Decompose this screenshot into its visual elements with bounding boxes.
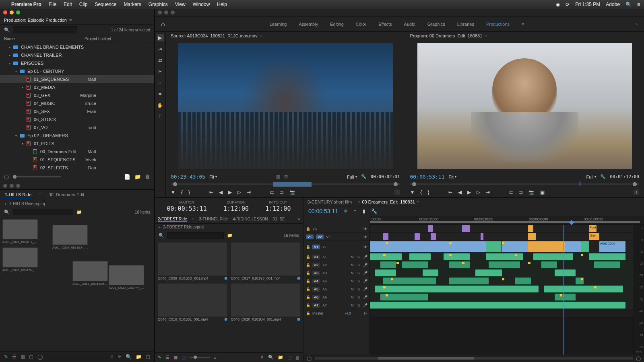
proj-tab-riding[interactable]: 4-RIDING LESSON [233, 217, 268, 222]
mark-out-icon[interactable]: { [181, 189, 183, 195]
pf-list-icon[interactable]: ☰ [165, 355, 169, 360]
p-step-back-icon[interactable]: ◀ [458, 189, 462, 195]
bin-search-input[interactable] [13, 209, 73, 215]
proj-folder-icon[interactable]: 📁 [227, 233, 233, 238]
new-item-icon[interactable]: 📄 [124, 174, 130, 180]
clip-thumbnail[interactable]: C048_C009_0101BD_001.mp4 [158, 243, 227, 281]
production-search-input[interactable] [13, 26, 77, 33]
ws-effects[interactable]: Effects [378, 22, 392, 27]
menu-sequence[interactable]: Sequence [95, 2, 116, 7]
clip-thumbnail[interactable]: C048_C020_0101U4_001.mp4 [231, 284, 300, 322]
track-head-a4[interactable]: 🔒A4A4MS🎤 [303, 277, 369, 285]
tl-zoom-out-icon[interactable]: ◯ [307, 356, 312, 361]
menu-icon[interactable]: ≡ [637, 2, 640, 7]
tree-row[interactable]: ▾Ep 01 - CENTURY [0, 67, 154, 75]
tl-tab-century[interactable]: 0-CENTURY short film [308, 200, 352, 204]
proj-tab-overflow-icon[interactable]: » [297, 217, 300, 222]
p-mark-clip-icon[interactable]: } [427, 189, 429, 195]
icon-view-icon[interactable]: ▦ [21, 354, 25, 360]
clip-thumbnail[interactable]: A001_C015_0831WM_001.mp4 [72, 261, 108, 286]
clip-thumbnail[interactable]: A001_C005_08317N_001.mp4 [2, 247, 38, 272]
pf-icon-icon[interactable]: ▦ [173, 355, 178, 360]
pf-freeform-icon[interactable]: ▢ [182, 355, 186, 360]
p-add-button-icon[interactable]: + [634, 189, 639, 195]
p-mark-in-icon[interactable]: ▼ [410, 189, 415, 195]
source-video-frame[interactable] [178, 43, 393, 169]
proj-search-input[interactable] [167, 232, 224, 239]
tree-row[interactable]: 01_SEQUENCESVivek [0, 156, 154, 164]
play-icon[interactable]: ▶ [228, 189, 232, 195]
disclosure-arrow-icon[interactable]: ▾ [22, 142, 26, 146]
thumb-size-slider[interactable] [13, 176, 61, 177]
cloud-icon[interactable]: ◉ [556, 2, 560, 7]
zoom-handle-icon[interactable]: ◯ [4, 174, 9, 179]
pf-sort-icon[interactable]: ≡ [214, 355, 216, 360]
p-export-frame-icon[interactable]: 📷 [528, 189, 535, 195]
slip-tool-icon[interactable]: ↔ [157, 79, 164, 86]
disclosure-arrow-icon[interactable]: ▸ [9, 53, 13, 57]
add-button-icon[interactable]: + [394, 189, 400, 195]
ws-audio[interactable]: Audio [404, 22, 415, 27]
disclosure-arrow-icon[interactable]: ▾ [15, 70, 19, 73]
disclosure-arrow-icon[interactable]: ▾ [15, 134, 19, 138]
p-lift-icon[interactable]: ⊏ [509, 189, 513, 195]
menu-markers[interactable]: Markers [124, 2, 141, 7]
spotlight-icon[interactable]: 🔍 [625, 2, 632, 7]
pf-bin-icon[interactable]: 📁 [278, 355, 283, 360]
delete-icon[interactable]: 🗑 [145, 174, 150, 180]
tree-row[interactable]: 07_VOTodd [0, 123, 154, 132]
clip-thumbnail[interactable]: C048_C017_0101YJ_001.mp4 [231, 243, 300, 281]
clip-thumbnail[interactable]: C048_C018_0101DL_001.mp4 [158, 284, 227, 322]
track-head-v2[interactable]: V1V2V2👁 [303, 233, 369, 241]
playhead[interactable] [564, 225, 564, 355]
menu-window[interactable]: Window [193, 2, 210, 7]
insert-icon[interactable]: ⊏ [270, 189, 274, 195]
hand-tool-icon[interactable]: ✋ [157, 102, 164, 109]
overwrite-icon[interactable]: ⊐ [280, 189, 284, 195]
source-scrubber[interactable] [166, 181, 405, 187]
pf-pencil-icon[interactable]: ✎ [158, 355, 161, 360]
source-res-icon[interactable]: ▦ [276, 174, 280, 179]
program-timecode[interactable]: 00:00:53:11 [410, 174, 445, 180]
p-play-icon[interactable]: ▶ [467, 189, 471, 195]
tree-row[interactable]: 02_SELECTSDan [0, 164, 154, 171]
clip-thumbnail[interactable]: A001_C022_0831PP_001.mp4 [109, 265, 144, 290]
tab-menu-icon[interactable]: ≡ [39, 191, 41, 198]
proj-tab-se[interactable]: 01_SE [273, 217, 285, 222]
breadcrumb-icon[interactable]: ▸ [5, 202, 7, 206]
clip-thumbnail[interactable]: A001_C003_0831BX_001.mp4 [52, 225, 88, 249]
proj-tab-forest[interactable]: 2-FOREST Ride [158, 217, 187, 222]
disclosure-arrow-icon[interactable]: ▸ [9, 45, 13, 49]
tree-row[interactable]: ▾Ep 02 - DREAMERS [0, 132, 154, 140]
source-timecode[interactable]: 00:23:43:05 [171, 174, 205, 180]
source-quality-dropdown[interactable]: Full ▾ [347, 175, 357, 179]
tree-row[interactable]: 01_SEQUENCESMatt [0, 75, 154, 83]
program-video-frame[interactable] [417, 43, 632, 169]
tree-row[interactable]: 05_SFXFran [0, 107, 154, 115]
sort-icon[interactable]: ◯ [37, 354, 43, 360]
step-back-icon[interactable]: ◀ [219, 189, 223, 195]
new-bin-icon[interactable]: 📁 [134, 174, 141, 180]
ws-editing[interactable]: Editing [330, 22, 344, 27]
source-settings-icon[interactable]: 🔧 [361, 174, 367, 179]
filter-icon[interactable]: ≡ [110, 354, 113, 360]
ws-menu-icon[interactable]: ≡ [522, 22, 524, 27]
disclosure-arrow-icon[interactable]: ▾ [9, 62, 13, 65]
bin-folder-icon[interactable]: 📁 [76, 210, 82, 215]
step-fwd-icon[interactable]: ▷ [237, 189, 241, 195]
disclosure-arrow-icon[interactable]: ▸ [22, 86, 26, 89]
tl-settings-icon[interactable]: 🔧 [371, 208, 377, 214]
sync-icon[interactable]: ⟳ [566, 2, 570, 7]
p-mark-out-icon[interactable]: { [420, 189, 422, 195]
timeline-ruler[interactable]: ;00;00 00;00;15;00 00;00;30;00 00;00;45;… [370, 216, 644, 225]
menu-help[interactable]: Help [217, 2, 227, 7]
razor-tool-icon[interactable]: ✂ [157, 68, 164, 75]
tree-row[interactable]: ▸CHANNEL BRAND ELEMENTS [0, 43, 154, 51]
track-head-v3[interactable]: 🔒V3👁 [303, 225, 369, 233]
menu-file[interactable]: File [49, 2, 56, 7]
timeline-scrollbar[interactable] [315, 357, 633, 360]
timeline-tracks[interactable]: Foot Gra [370, 225, 634, 355]
tl-snap-icon[interactable]: ❄ [344, 208, 348, 214]
source-drag-icon[interactable]: ⊞ [284, 174, 288, 179]
track-select-tool-icon[interactable]: ⇥ [157, 45, 164, 53]
